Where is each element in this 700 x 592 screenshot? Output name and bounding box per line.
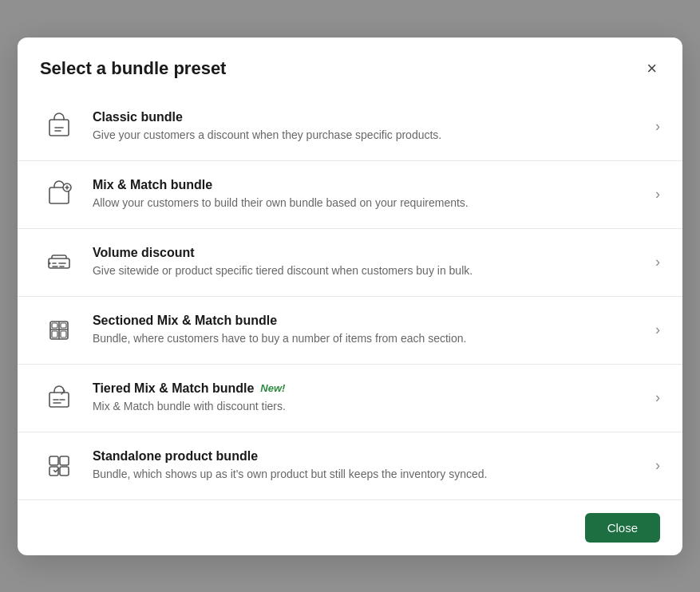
bundle-icon-classic (40, 108, 78, 146)
bundle-icon-standalone (40, 447, 78, 485)
bundle-desc-volume-discount: Give sitewide or product specific tiered… (93, 263, 646, 279)
bundle-desc-tiered-mix-match: Mix & Match bundle with discount tiers. (93, 399, 646, 415)
bundle-desc-classic: Give your customers a discount when they… (93, 128, 646, 144)
close-x-icon: × (647, 60, 657, 77)
svg-rect-9 (61, 331, 66, 337)
bundle-arrow-mix-match: › (655, 186, 660, 203)
svg-rect-12 (60, 456, 69, 465)
svg-rect-10 (49, 393, 69, 407)
svg-rect-8 (52, 331, 57, 337)
bundle-info-sectioned-mix-match: Sectioned Mix & Match bundleBundle, wher… (93, 314, 646, 347)
bundle-icon-volume-discount (40, 243, 78, 282)
bundle-arrow-standalone: › (655, 457, 660, 474)
bundle-list: Classic bundleGive your customers a disc… (18, 93, 682, 499)
bundle-item-tiered-mix-match[interactable]: Tiered Mix & Match bundleNew!Mix & Match… (18, 365, 682, 432)
bundle-name-volume-discount: Volume discount (93, 246, 195, 260)
bundle-desc-sectioned-mix-match: Bundle, where customers have to buy a nu… (93, 331, 646, 347)
bundle-name-tiered-mix-match: Tiered Mix & Match bundle (93, 381, 254, 396)
modal-header: Select a bundle preset × (18, 37, 682, 93)
modal-overlay[interactable]: Select a bundle preset × Classic bundleG… (0, 0, 700, 592)
close-button[interactable]: Close (585, 513, 660, 543)
bundle-name-sectioned-mix-match: Sectioned Mix & Match bundle (93, 314, 277, 328)
bundle-desc-mix-match: Allow your customers to build their own … (93, 195, 646, 211)
bundle-arrow-classic: › (655, 118, 660, 135)
bundle-arrow-sectioned-mix-match: › (655, 322, 660, 338)
bundle-info-mix-match: Mix & Match bundleAllow your customers t… (93, 178, 646, 211)
bundle-icon-tiered-mix-match (40, 379, 78, 417)
bundle-item-classic[interactable]: Classic bundleGive your customers a disc… (18, 93, 682, 161)
svg-rect-14 (60, 467, 69, 476)
modal-dialog: Select a bundle preset × Classic bundleG… (18, 37, 682, 555)
close-x-button[interactable]: × (643, 57, 660, 81)
modal-footer: Close (18, 499, 682, 555)
bundle-info-classic: Classic bundleGive your customers a disc… (93, 110, 646, 144)
bundle-name-standalone: Standalone product bundle (93, 449, 258, 464)
bundle-item-volume-discount[interactable]: Volume discountGive sitewide or product … (18, 229, 682, 297)
svg-rect-11 (49, 456, 58, 465)
bundle-info-volume-discount: Volume discountGive sitewide or product … (93, 246, 646, 279)
bundle-name-mix-match: Mix & Match bundle (93, 178, 212, 192)
bundle-arrow-volume-discount: › (655, 254, 660, 270)
modal-title: Select a bundle preset (40, 58, 227, 79)
bundle-desc-standalone: Bundle, which shows up as it's own produ… (93, 467, 646, 483)
svg-rect-6 (52, 323, 57, 328)
bundle-item-standalone[interactable]: Standalone product bundleBundle, which s… (18, 432, 682, 499)
bundle-item-mix-match[interactable]: Mix & Match bundleAllow your customers t… (18, 161, 682, 229)
bundle-new-badge-tiered-mix-match: New! (260, 382, 285, 394)
bundle-info-tiered-mix-match: Tiered Mix & Match bundleNew!Mix & Match… (93, 381, 646, 415)
svg-rect-7 (61, 323, 66, 328)
bundle-item-sectioned-mix-match[interactable]: Sectioned Mix & Match bundleBundle, wher… (18, 297, 682, 365)
bundle-icon-mix-match (40, 176, 78, 214)
bundle-icon-sectioned-mix-match (40, 311, 78, 349)
bundle-arrow-tiered-mix-match: › (655, 389, 660, 406)
bundle-info-standalone: Standalone product bundleBundle, which s… (93, 449, 646, 483)
svg-point-4 (48, 262, 50, 264)
bundle-name-classic: Classic bundle (93, 110, 183, 124)
